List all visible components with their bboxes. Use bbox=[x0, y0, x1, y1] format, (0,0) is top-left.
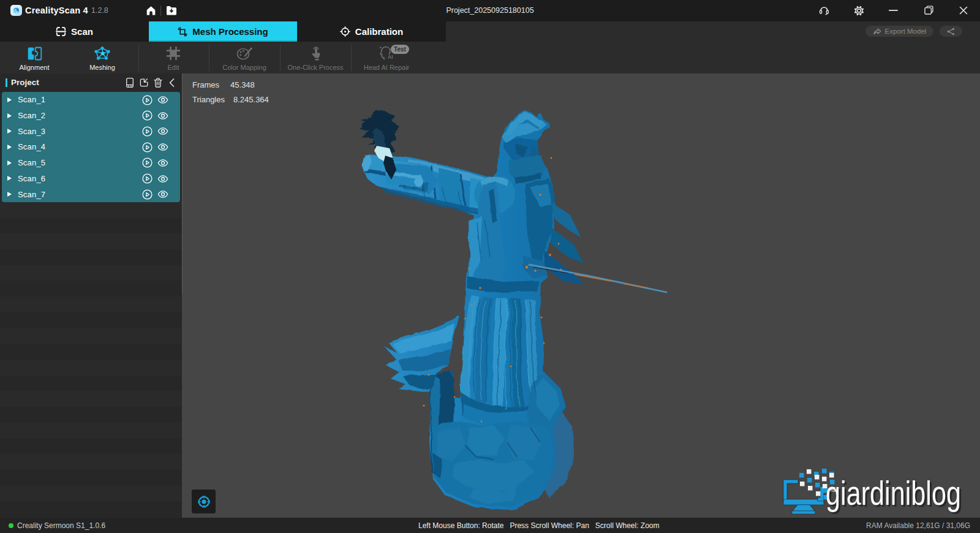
svg-text:AI: AI bbox=[388, 54, 393, 60]
svg-text:giardiniblog: giardiniblog bbox=[826, 474, 961, 512]
